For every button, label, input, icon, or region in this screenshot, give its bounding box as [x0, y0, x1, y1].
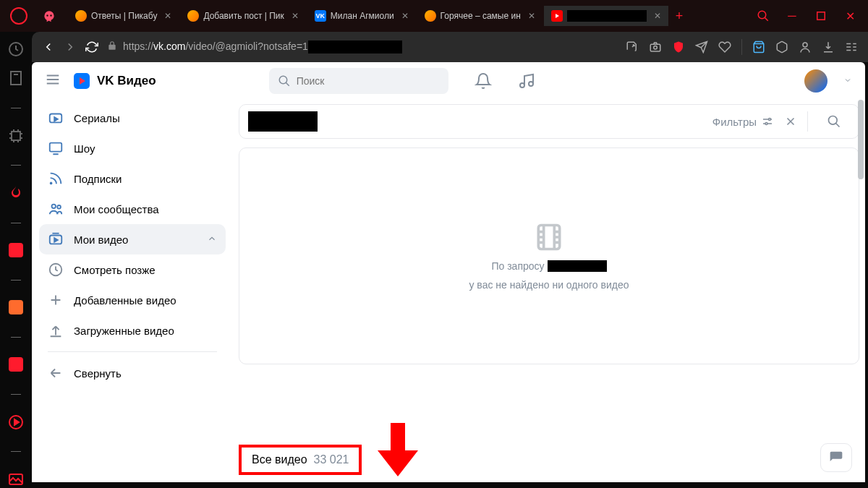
- sidebar-item-my-videos[interactable]: Мои видео: [39, 224, 226, 254]
- maximize-button[interactable]: [814, 9, 827, 22]
- send-icon[interactable]: [695, 40, 708, 53]
- discord-icon[interactable]: [42, 9, 56, 23]
- app-icon[interactable]: [7, 242, 25, 260]
- music-icon[interactable]: [518, 72, 535, 90]
- sidebar-label: Подписки: [74, 173, 122, 185]
- filter-panel: Фильтры: [239, 104, 859, 139]
- download-icon[interactable]: [822, 40, 835, 53]
- close-icon[interactable]: ✕: [164, 11, 171, 21]
- flame-icon[interactable]: [7, 184, 25, 202]
- sidebar-item-communities[interactable]: Мои сообщества: [39, 194, 226, 224]
- tv-icon: [48, 110, 64, 126]
- filters-button[interactable]: Фильтры: [712, 115, 774, 128]
- menu-icon[interactable]: [845, 40, 858, 53]
- tab-title: Ответы | Пикабу: [91, 11, 157, 21]
- search-input[interactable]: [297, 75, 440, 87]
- url-field[interactable]: https://vk.com/video/@agmioli?notsafe=1: [107, 40, 617, 53]
- clear-button[interactable]: [784, 115, 797, 128]
- browser-addressbar: https://vk.com/video/@agmioli?notsafe=1: [32, 32, 868, 62]
- play-icon[interactable]: [7, 414, 25, 431]
- user-icon[interactable]: [799, 40, 812, 53]
- browser-tab-active[interactable]: ✕: [544, 6, 668, 26]
- dash-icon[interactable]: —: [7, 385, 25, 402]
- sidebar-item-collapse[interactable]: Свернуть: [39, 358, 226, 388]
- upload-icon: [48, 322, 64, 338]
- reload-button[interactable]: [85, 40, 98, 53]
- tab-title: Милан Агмиоли: [331, 11, 394, 21]
- sidebar-item-added[interactable]: Добавленные видео: [39, 285, 226, 315]
- browser-tab[interactable]: Горячее – самые ин ✕: [417, 6, 542, 26]
- app-icon[interactable]: [7, 299, 25, 317]
- sidebar-item-series[interactable]: Сериалы: [39, 103, 226, 133]
- browser-tab[interactable]: VK Милан Агмиоли ✕: [307, 6, 416, 26]
- svg-point-24: [829, 116, 838, 125]
- browser-tab[interactable]: Ответы | Пикабу ✕: [68, 6, 179, 26]
- scrollbar[interactable]: [856, 62, 865, 482]
- dash-icon[interactable]: —: [7, 156, 25, 174]
- chevron-up-icon: [207, 234, 217, 246]
- svg-point-12: [279, 76, 287, 84]
- search-icon[interactable]: [757, 9, 770, 22]
- empty-results: По запросу у вас не найдено ни одного ви…: [239, 147, 859, 364]
- dash-icon[interactable]: —: [7, 328, 25, 345]
- svg-point-14: [529, 82, 533, 86]
- sidebar-item-subscriptions[interactable]: Подписки: [39, 163, 226, 194]
- bookmarks-icon[interactable]: [7, 69, 25, 87]
- svg-point-17: [51, 183, 52, 184]
- bell-icon[interactable]: [475, 72, 492, 90]
- user-avatar[interactable]: [804, 69, 827, 93]
- close-icon[interactable]: ✕: [401, 11, 409, 21]
- heart-icon[interactable]: [718, 40, 731, 53]
- close-window-button[interactable]: ✕: [843, 9, 856, 22]
- filters-label: Фильтры: [712, 116, 757, 128]
- sidebar-item-watch-later[interactable]: Смотреть позже: [39, 254, 226, 285]
- dash-icon[interactable]: —: [7, 270, 25, 288]
- close-icon[interactable]: ✕: [528, 11, 535, 21]
- sidebar-item-shows[interactable]: Шоу: [39, 133, 226, 163]
- gallery-icon[interactable]: [7, 471, 25, 488]
- app-icon[interactable]: [7, 356, 25, 374]
- sidebar-label: Шоу: [74, 142, 95, 155]
- search-query-redacted: [248, 111, 318, 132]
- dash-icon[interactable]: —: [7, 442, 25, 460]
- search-bar[interactable]: [269, 68, 448, 94]
- dash-icon[interactable]: —: [7, 213, 25, 231]
- empty-text-line2: у вас не найдено ни одного видео: [469, 279, 629, 291]
- empty-text-line1: По запросу: [491, 260, 606, 272]
- comment-button[interactable]: [820, 443, 852, 472]
- svg-point-0: [758, 11, 766, 19]
- cube-icon[interactable]: [775, 40, 788, 53]
- sidebar-label: Свернуть: [74, 367, 122, 380]
- svg-rect-1: [817, 12, 825, 20]
- close-icon[interactable]: ✕: [292, 11, 299, 21]
- shield-icon[interactable]: [672, 40, 685, 53]
- window-controls: ─ ✕: [757, 9, 862, 22]
- speed-dial-icon[interactable]: [7, 40, 25, 58]
- sidebar-label: Мои видео: [74, 234, 128, 246]
- menu-button[interactable]: [45, 72, 61, 90]
- camera-icon[interactable]: [649, 40, 662, 53]
- divider: [807, 111, 808, 132]
- dash-icon[interactable]: —: [7, 98, 25, 116]
- share-icon[interactable]: [626, 40, 639, 53]
- cart-icon[interactable]: [752, 40, 765, 53]
- search-icon: [278, 74, 291, 87]
- forward-button[interactable]: [64, 40, 77, 53]
- browser-tab[interactable]: Добавить пост | Пик ✕: [180, 6, 305, 26]
- search-button[interactable]: [818, 106, 850, 137]
- sidebar-label: Сериалы: [74, 112, 120, 124]
- scrollbar-thumb[interactable]: [858, 100, 864, 179]
- chip-icon[interactable]: [7, 127, 25, 145]
- browser-tabs: Ответы | Пикабу ✕ Добавить пост | Пик ✕ …: [68, 6, 751, 26]
- opera-logo-icon[interactable]: [10, 7, 27, 25]
- sidebar-item-uploaded[interactable]: Загруженные видео: [39, 315, 226, 346]
- video-icon: [48, 231, 64, 247]
- all-videos-count: 33 021: [313, 453, 349, 466]
- minimize-button[interactable]: ─: [786, 9, 799, 22]
- chevron-down-icon[interactable]: [843, 74, 852, 87]
- svg-point-19: [57, 205, 61, 209]
- close-icon[interactable]: ✕: [654, 11, 661, 21]
- vk-video-logo[interactable]: VK Видео: [72, 72, 156, 90]
- new-tab-button[interactable]: +: [670, 9, 689, 24]
- back-button[interactable]: [42, 40, 55, 53]
